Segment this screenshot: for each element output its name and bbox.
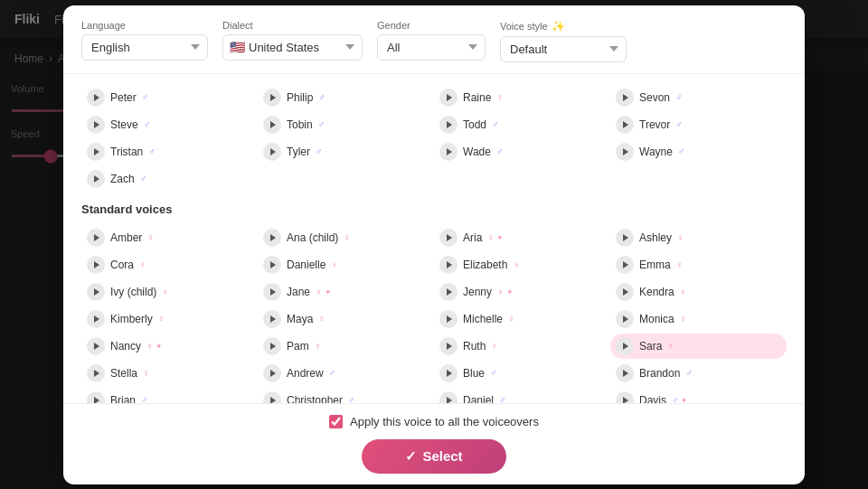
voice-item[interactable]: Wade♂ <box>434 139 610 165</box>
play-voice-button[interactable] <box>616 229 634 247</box>
voice-item[interactable]: Tyler♂ <box>258 139 434 165</box>
voice-item[interactable]: Stella♀ <box>81 361 258 386</box>
play-voice-button[interactable] <box>263 116 281 134</box>
play-voice-button[interactable] <box>87 364 105 382</box>
play-voice-button[interactable] <box>439 89 458 107</box>
voice-item[interactable]: Elizabeth♀ <box>434 252 610 277</box>
play-voice-button[interactable] <box>87 116 105 134</box>
play-voice-button[interactable] <box>439 391 458 403</box>
play-voice-button[interactable] <box>87 310 105 328</box>
play-voice-button[interactable] <box>439 143 458 161</box>
voice-item[interactable]: Ruth♀ <box>434 334 610 359</box>
voice-item[interactable]: Todd♂ <box>434 112 610 137</box>
voice-item[interactable]: Trevor♂ <box>610 112 787 137</box>
play-voice-button[interactable] <box>87 283 105 301</box>
play-voice-button[interactable] <box>616 283 634 301</box>
voice-item[interactable]: Monica♀ <box>610 306 787 332</box>
play-voice-button[interactable] <box>87 170 105 188</box>
play-voice-button[interactable] <box>616 89 634 107</box>
play-voice-button[interactable] <box>439 337 458 355</box>
gender-select[interactable]: All Male Female <box>377 34 486 61</box>
female-icon: ♀ <box>146 341 154 351</box>
play-voice-button[interactable] <box>616 256 634 274</box>
voice-item[interactable]: Wayne♂ <box>610 139 787 165</box>
play-voice-button[interactable] <box>439 283 458 301</box>
play-voice-button[interactable] <box>616 143 634 161</box>
play-voice-button[interactable] <box>616 337 634 355</box>
voice-item[interactable]: Steve♂ <box>81 112 258 137</box>
voice-item[interactable]: Tristan♂ <box>81 139 258 165</box>
select-button[interactable]: ✓ Select <box>362 439 505 474</box>
voice-name: Raine <box>463 91 491 104</box>
play-voice-button[interactable] <box>439 256 458 274</box>
voice-item[interactable]: Maya♀ <box>258 306 434 332</box>
voice-item[interactable]: Kimberly♀ <box>81 306 258 332</box>
voice-item[interactable]: Brian♂ <box>81 388 258 403</box>
play-voice-button[interactable] <box>439 310 458 328</box>
play-voice-button[interactable] <box>616 364 634 382</box>
voice-item[interactable]: Daniel♂ <box>434 388 610 403</box>
play-voice-button[interactable] <box>616 116 634 134</box>
play-voice-button[interactable] <box>263 229 281 247</box>
voice-item[interactable]: Jane♀✦ <box>258 279 434 305</box>
voice-name: Trevor <box>639 118 670 131</box>
play-voice-button[interactable] <box>263 364 281 382</box>
voice-item[interactable]: Nancy♀✦ <box>81 334 258 359</box>
voice-item[interactable]: Sara♀ <box>610 334 787 359</box>
play-voice-button[interactable] <box>616 391 634 403</box>
play-voice-button[interactable] <box>87 89 105 107</box>
voice-item[interactable]: Brandon♂ <box>610 361 787 386</box>
dialect-select[interactable]: United States <box>222 34 363 61</box>
play-voice-button[interactable] <box>263 143 281 161</box>
play-voice-button[interactable] <box>439 364 458 382</box>
voice-item[interactable]: Raine♀ <box>434 85 610 110</box>
voice-item[interactable]: Zach♂ <box>81 166 258 192</box>
voice-item[interactable]: Aria♀✦ <box>434 225 610 250</box>
voice-icons: ♀ <box>676 259 684 269</box>
play-voice-button[interactable] <box>263 256 281 274</box>
voice-name: Ana (child) <box>287 231 338 244</box>
voice-item[interactable]: Sevon♂ <box>610 85 787 110</box>
voice-item[interactable]: Davis♂✦ <box>610 388 787 403</box>
play-voice-button[interactable] <box>263 283 281 301</box>
voice-item[interactable]: Pam♀ <box>258 334 434 359</box>
play-voice-button[interactable] <box>87 229 105 247</box>
voice-item[interactable]: Cora♀ <box>81 252 258 277</box>
voice-item[interactable]: Michelle♀ <box>434 306 610 332</box>
voice-item[interactable]: Tobin♂ <box>258 112 434 137</box>
voice-item[interactable]: Ana (child)♀ <box>258 225 434 250</box>
voice-item[interactable]: Philip♂ <box>258 85 434 110</box>
play-voice-button[interactable] <box>263 391 281 403</box>
voice-item[interactable]: Blue♂ <box>434 361 610 386</box>
play-voice-button[interactable] <box>263 310 281 328</box>
voice-item[interactable]: Kendra♀ <box>610 279 787 305</box>
play-icon <box>94 315 99 323</box>
apply-checkbox-row: Apply this voice to all the voiceovers <box>329 415 539 428</box>
play-voice-button[interactable] <box>616 310 634 328</box>
language-select[interactable]: English <box>81 34 208 61</box>
play-voice-button[interactable] <box>439 116 458 134</box>
play-voice-button[interactable] <box>87 337 105 355</box>
voice-item[interactable]: Peter♂ <box>81 85 258 110</box>
play-voice-button[interactable] <box>263 337 281 355</box>
apply-all-checkbox[interactable] <box>329 415 343 428</box>
voice-item[interactable]: Amber♀ <box>81 225 258 250</box>
voice-item[interactable]: Ivy (child)♀ <box>81 279 258 305</box>
modal-body: Peter♂Philip♂Raine♀Sevon♂Steve♂Tobin♂Tod… <box>63 74 805 403</box>
voice-item[interactable]: Andrew♂ <box>258 361 434 386</box>
voice-style-select[interactable]: Default <box>500 36 627 62</box>
play-voice-button[interactable] <box>439 229 458 247</box>
play-voice-button[interactable] <box>87 256 105 274</box>
voice-item[interactable]: Ashley♀ <box>610 225 787 250</box>
voice-name: Pam <box>287 340 309 353</box>
play-voice-button[interactable] <box>263 89 281 107</box>
play-icon <box>623 370 628 377</box>
play-voice-button[interactable] <box>87 143 105 161</box>
female-icon: ♀ <box>143 368 150 378</box>
voice-item[interactable]: Emma♀ <box>610 252 787 277</box>
voice-item[interactable]: Jenny♀✦ <box>434 279 610 305</box>
voice-item[interactable]: Christopher♂ <box>258 388 434 403</box>
voice-item[interactable]: Danielle♀ <box>258 252 434 277</box>
play-voice-button[interactable] <box>87 391 105 403</box>
male-icon: ♂ <box>490 368 497 378</box>
